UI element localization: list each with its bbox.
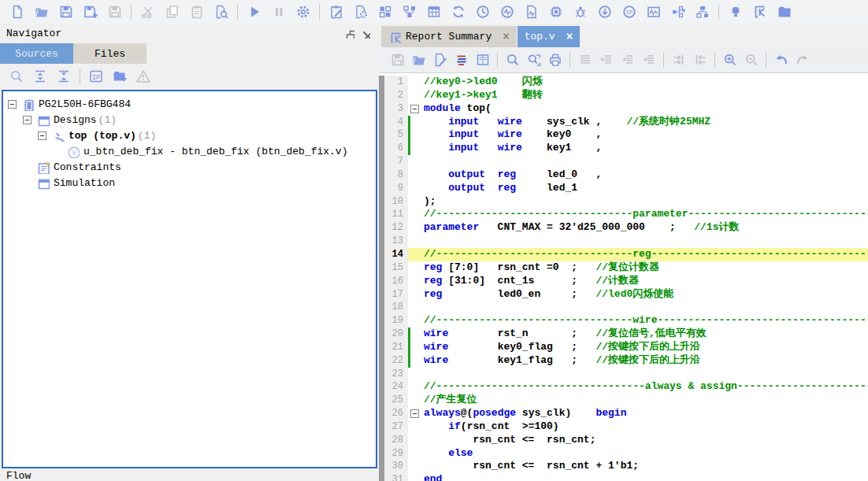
tree-item-designs[interactable]: Designs(1) <box>3 112 376 128</box>
code-text[interactable]: always@(posedge sys_clk) begin <box>424 407 868 420</box>
report-config-icon[interactable] <box>348 2 373 22</box>
code-text[interactable]: output reg led_1 <box>424 182 868 195</box>
tab-files[interactable]: Files <box>73 43 147 64</box>
collapse-all-icon[interactable] <box>52 67 76 86</box>
report-waveform-icon[interactable] <box>519 2 543 22</box>
float-panel-icon[interactable] <box>341 27 357 41</box>
run-icon[interactable] <box>242 2 266 22</box>
gutter-margin[interactable] <box>408 168 424 182</box>
tree-item-constraints[interactable]: Constraints <box>3 159 376 175</box>
tree-expander-icon[interactable] <box>23 116 32 124</box>
add-node-icon[interactable] <box>666 2 690 22</box>
gutter-margin[interactable] <box>408 301 424 314</box>
settings-icon[interactable] <box>291 2 315 22</box>
ip-catalog-icon[interactable] <box>84 67 108 86</box>
code-text[interactable]: rsn_cnt <= rsn_cnt; <box>424 434 868 447</box>
new-file-icon[interactable] <box>5 2 29 22</box>
editor-tab-report-summary[interactable]: Report Summary× <box>381 26 517 47</box>
code-text[interactable]: reg [7:0] rsn_cnt =0 ; //复位计数器 <box>424 261 868 275</box>
device-viewer-icon[interactable] <box>543 2 568 22</box>
gutter-margin[interactable] <box>408 116 424 129</box>
undo-icon[interactable] <box>770 50 792 69</box>
gutter-margin[interactable] <box>408 128 424 142</box>
auto-indent-icon[interactable] <box>638 50 659 69</box>
block-diagram-icon[interactable] <box>373 2 397 22</box>
design-flow-icon[interactable] <box>690 2 714 22</box>
code-text[interactable]: reg led0_en ; //led0闪烁使能 <box>424 288 868 302</box>
editor-tab-top.v[interactable]: top.v× <box>517 26 580 47</box>
editor-edit-mode-icon[interactable] <box>429 50 451 69</box>
copy-icon[interactable] <box>160 2 184 22</box>
find-in-files-icon[interactable] <box>209 2 233 22</box>
code-text[interactable]: //key0->led0 闪烁 <box>424 76 868 89</box>
tree-item-u-btn-deb-fix[interactable]: u_btn_deb_fix - btn_deb_fix (btn_deb_fix… <box>3 143 376 159</box>
tab-sources[interactable]: Sources <box>0 43 73 64</box>
gutter-margin[interactable] <box>408 407 424 420</box>
save-all-icon[interactable] <box>102 2 127 22</box>
tree-expander-icon[interactable] <box>38 131 46 140</box>
code-text[interactable]: end <box>424 473 868 481</box>
project-directory-icon[interactable] <box>772 2 796 22</box>
waveform-viewer-icon[interactable] <box>641 2 666 22</box>
tips-icon[interactable] <box>723 2 747 22</box>
outdent-block-icon[interactable] <box>595 50 617 69</box>
gutter-margin[interactable] <box>408 341 424 354</box>
shift-right-icon[interactable] <box>668 50 689 69</box>
add-sources-icon[interactable] <box>108 67 132 86</box>
save-icon[interactable] <box>54 2 78 22</box>
cut-icon[interactable] <box>135 2 160 22</box>
run-history-icon[interactable] <box>470 2 495 22</box>
code-text[interactable]: //key1->key1 翻转 <box>424 89 868 102</box>
gutter-margin[interactable] <box>408 208 424 221</box>
gutter-margin[interactable] <box>408 327 424 341</box>
editor-save-icon[interactable] <box>387 50 408 69</box>
gutter-margin[interactable] <box>408 434 424 447</box>
report-edit-icon[interactable] <box>324 2 348 22</box>
code-text[interactable]: //----------------------------------alwa… <box>424 380 868 394</box>
close-tab-icon[interactable]: × <box>503 31 509 43</box>
code-editor[interactable]: 1//key0->led0 闪烁2//key1->key1 翻转3module … <box>379 73 868 481</box>
fold-collapse-icon[interactable] <box>410 105 419 113</box>
code-text[interactable] <box>424 235 868 248</box>
find-replace-icon[interactable] <box>523 50 544 69</box>
zoom-out-icon[interactable] <box>740 50 762 69</box>
gutter-margin[interactable] <box>408 76 424 89</box>
code-text[interactable]: input wire key0 , <box>424 128 868 142</box>
redo-icon[interactable] <box>792 50 813 69</box>
code-text[interactable]: input wire sys_clk , //系统时钟25MHZ <box>424 116 868 129</box>
code-text[interactable] <box>424 301 868 314</box>
gutter-margin[interactable] <box>408 380 424 394</box>
find-icon[interactable] <box>502 50 523 69</box>
code-text[interactable]: reg [31:0] cnt_1s ; //计数器 <box>424 275 868 288</box>
pause-icon[interactable] <box>266 2 291 22</box>
timing-analysis-icon[interactable] <box>495 2 519 22</box>
debugger-icon[interactable] <box>568 2 592 22</box>
ip-center-icon[interactable] <box>617 2 641 22</box>
fold-collapse-icon[interactable] <box>410 409 419 418</box>
syntax-colors-icon[interactable] <box>451 50 472 69</box>
gutter-margin[interactable] <box>408 275 424 288</box>
side-by-side-icon[interactable] <box>472 50 493 69</box>
expand-all-icon[interactable] <box>28 67 52 86</box>
indent-block-icon[interactable] <box>617 50 638 69</box>
save-as-icon[interactable] <box>78 2 102 22</box>
code-text[interactable]: wire key0_flag ; //按键按下后的上升沿 <box>424 341 868 354</box>
open-project-icon[interactable] <box>29 2 54 22</box>
editor-open-icon[interactable] <box>408 50 429 69</box>
tree-expander-icon[interactable] <box>8 100 17 109</box>
code-text[interactable]: rsn_cnt <= rsn_cnt + 1'b1; <box>424 460 868 473</box>
resource-report-icon[interactable] <box>421 2 446 22</box>
code-text[interactable]: if(rsn_cnt >=100) <box>424 420 868 434</box>
gutter-margin[interactable] <box>408 182 424 195</box>
code-text[interactable]: else <box>424 447 868 461</box>
code-text[interactable]: wire key1_flag ; //按键按下后的上升沿 <box>424 354 868 368</box>
code-text[interactable]: //--------------------------------reg---… <box>424 248 868 261</box>
code-text[interactable]: wire rst_n ; //复位信号,低电平有效 <box>424 327 868 341</box>
gutter-margin[interactable] <box>408 195 424 209</box>
code-text[interactable]: ); <box>424 195 868 209</box>
gutter-margin[interactable] <box>408 248 424 261</box>
gutter-margin[interactable] <box>408 473 424 481</box>
code-text[interactable] <box>424 368 868 381</box>
gutter-margin[interactable] <box>408 155 424 168</box>
tree-item-simulation[interactable]: Simulation <box>3 175 376 191</box>
